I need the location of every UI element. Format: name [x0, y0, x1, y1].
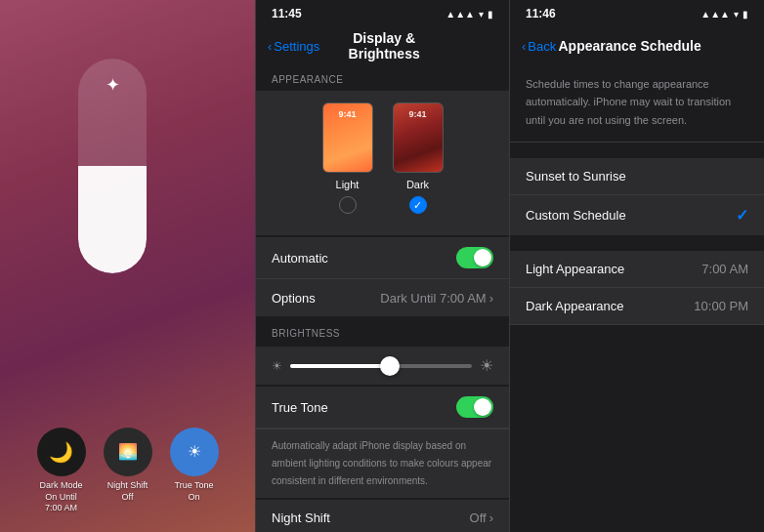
- back-chevron-icon-3: ‹: [522, 39, 526, 54]
- night-shift-label: Night ShiftOff: [107, 480, 149, 503]
- dark-preview-time: 9:41: [394, 109, 443, 119]
- true-tone-row: True Tone: [256, 387, 509, 429]
- sun-small-icon: ☀: [272, 359, 282, 373]
- light-label: Light: [336, 179, 360, 190]
- schedule-desc-text: Schedule times to change appearance auto…: [526, 78, 731, 126]
- sun-icon: ✦: [106, 74, 120, 96]
- light-theme-preview: 9:41: [322, 102, 373, 173]
- true-tone-label: True ToneOn: [174, 480, 213, 503]
- status-bar: 11:45 ▲▲▲ ▾ ▮: [256, 0, 509, 27]
- options-value: Dark Until 7:00 AM ›: [380, 291, 493, 306]
- light-radio[interactable]: [339, 196, 357, 214]
- appearance-options-row: 9:41 Light 9:41 Dark ✓: [272, 102, 493, 214]
- night-shift-row[interactable]: Night Shift Off ›: [256, 500, 509, 532]
- status-icons: ▲▲▲ ▾ ▮: [446, 9, 493, 20]
- wifi-icon: ▾: [479, 9, 484, 20]
- dark-radio[interactable]: ✓: [409, 196, 427, 214]
- night-shift-value: Off ›: [470, 511, 493, 525]
- brightness-slider-widget[interactable]: ✦: [78, 59, 147, 273]
- chevron-icon: ›: [489, 511, 493, 525]
- page-title-3: Appearance Schedule: [556, 38, 703, 54]
- back-label: Settings: [274, 39, 319, 54]
- true-tone-icon-circle: ☀: [170, 428, 219, 476]
- options-row[interactable]: Options Dark Until 7:00 AM ›: [256, 279, 509, 316]
- dark-appearance-option[interactable]: 9:41 Dark ✓: [393, 102, 444, 214]
- status-bar-3: 11:46 ▲▲▲ ▾ ▮: [510, 0, 764, 27]
- brightness-section: ☀ ☀: [256, 347, 509, 385]
- back-label-3: Back: [528, 39, 556, 54]
- true-tone-button[interactable]: ☀ True ToneOn: [170, 428, 219, 514]
- true-tone-description: Automatically adapt iPhone display based…: [256, 429, 509, 498]
- night-shift-label: Night Shift: [272, 511, 330, 525]
- checkmark-icon: ✓: [736, 206, 748, 225]
- display-brightness-panel: 11:45 ▲▲▲ ▾ ▮ ‹ Settings Display & Brigh…: [255, 0, 510, 532]
- dark-mode-label: Dark ModeOn Until7:00 AM: [39, 480, 82, 514]
- brightness-thumb[interactable]: [380, 356, 400, 376]
- appearance-section: 9:41 Light 9:41 Dark ✓: [256, 91, 509, 235]
- light-appearance-option[interactable]: 9:41 Light: [322, 102, 373, 214]
- light-appearance-label: Light Appearance: [526, 262, 624, 276]
- custom-schedule-label: Custom Schedule: [526, 208, 626, 223]
- night-shift-button[interactable]: 🌅 Night ShiftOff: [104, 428, 152, 514]
- brightness-row: ☀ ☀: [272, 356, 493, 375]
- automatic-toggle[interactable]: [456, 247, 493, 268]
- brightness-section-header: BRIGHTNESS: [256, 318, 509, 345]
- dark-theme-preview: 9:41: [393, 102, 444, 173]
- signal-icon-3: ▲▲▲: [700, 9, 730, 20]
- dark-appearance-label: Dark Appearance: [526, 299, 623, 313]
- status-time: 11:45: [272, 7, 302, 20]
- sunset-sunrise-label: Sunset to Sunrise: [526, 169, 626, 184]
- nav-bar: ‹ Settings Display & Brightness: [256, 27, 509, 64]
- bottom-icon-row: 🌙 Dark ModeOn Until7:00 AM 🌅 Night Shift…: [0, 428, 255, 514]
- dark-appearance-time: 10:00 PM: [694, 299, 748, 313]
- brightness-track[interactable]: [290, 364, 472, 368]
- appearance-section-header: APPEARANCE: [256, 64, 509, 91]
- status-icons-3: ▲▲▲ ▾ ▮: [700, 9, 748, 20]
- toggle-knob: [474, 249, 491, 266]
- automatic-row: Automatic: [256, 237, 509, 279]
- true-tone-desc-text: Automatically adapt iPhone display based…: [272, 440, 491, 486]
- dark-label: Dark: [406, 179, 429, 190]
- dark-appearance-row[interactable]: Dark Appearance 10:00 PM: [510, 288, 764, 325]
- light-appearance-time: 7:00 AM: [701, 262, 748, 276]
- back-button-3[interactable]: ‹ Back: [522, 39, 556, 54]
- page-title: Display & Brightness: [319, 30, 448, 61]
- light-appearance-row[interactable]: Light Appearance 7:00 AM: [510, 251, 764, 288]
- appearance-schedule-panel: 11:46 ▲▲▲ ▾ ▮ ‹ Back Appearance Schedule…: [510, 0, 764, 532]
- sun-large-icon: ☀: [480, 356, 493, 375]
- light-preview-time: 9:41: [323, 109, 372, 119]
- night-shift-icon-circle: 🌅: [104, 428, 152, 476]
- back-chevron-icon: ‹: [268, 39, 272, 54]
- signal-icon: ▲▲▲: [446, 9, 475, 20]
- schedule-description: Schedule times to change appearance auto…: [510, 64, 764, 143]
- wifi-icon-3: ▾: [734, 9, 739, 20]
- chevron-icon: ›: [489, 291, 493, 306]
- dark-mode-button[interactable]: 🌙 Dark ModeOn Until7:00 AM: [37, 428, 86, 514]
- custom-schedule-option[interactable]: Custom Schedule ✓: [510, 195, 764, 235]
- brightness-fill-bar: [290, 364, 390, 368]
- control-center-panel: ✦ 🌙 Dark ModeOn Until7:00 AM 🌅 Night Shi…: [0, 0, 255, 532]
- sunset-sunrise-option[interactable]: Sunset to Sunrise: [510, 158, 764, 195]
- nav-bar-3: ‹ Back Appearance Schedule: [510, 27, 764, 64]
- status-time-3: 11:46: [526, 7, 556, 20]
- battery-icon: ▮: [488, 9, 493, 20]
- true-tone-toggle-knob: [474, 398, 491, 416]
- true-tone-label: True Tone: [272, 400, 328, 415]
- dark-mode-icon-circle: 🌙: [37, 428, 86, 476]
- true-tone-toggle[interactable]: [456, 396, 493, 418]
- brightness-fill: [78, 166, 147, 273]
- back-button[interactable]: ‹ Settings: [268, 39, 319, 54]
- options-label: Options: [272, 291, 316, 306]
- battery-icon-3: ▮: [743, 9, 748, 20]
- automatic-label: Automatic: [272, 251, 328, 266]
